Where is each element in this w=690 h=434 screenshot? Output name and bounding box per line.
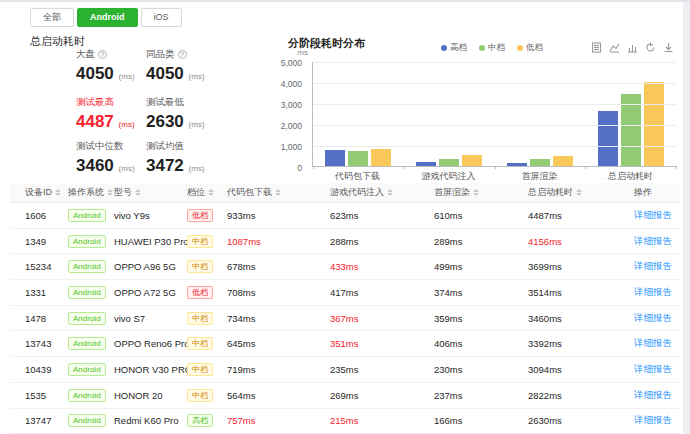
gridline [313, 83, 676, 84]
os-badge: Android [68, 363, 106, 376]
table-row: 10439AndroidHONOR V30 PRO中档719ms235ms230… [10, 357, 680, 383]
cell-inject: 623ms [330, 210, 434, 221]
sort-icon[interactable] [275, 189, 281, 196]
cell-device-id: 13743 [25, 338, 68, 349]
column-header-tier[interactable]: 档位 [187, 186, 227, 199]
legend-label: 中档 [488, 42, 505, 54]
sort-icon[interactable] [107, 189, 113, 196]
detail-report-link[interactable]: 详细报告 [634, 312, 672, 323]
cell-device-id: 1331 [25, 287, 68, 298]
cell-download: 734ms [227, 313, 330, 324]
sort-icon[interactable] [473, 189, 479, 196]
cell-total: 2822ms [528, 390, 634, 401]
cell-render: 359ms [434, 313, 528, 324]
x-axis-tick [313, 166, 314, 169]
help-icon[interactable]: ? [98, 50, 107, 59]
cell-device-id: 1606 [25, 210, 68, 221]
tier-badge: 中档 [187, 363, 213, 376]
detail-report-link[interactable]: 详细报告 [634, 286, 672, 297]
tier-badge: 低档 [187, 286, 213, 299]
top-divider [0, 0, 690, 2]
sort-icon[interactable] [387, 189, 393, 196]
sort-icon[interactable] [55, 189, 61, 196]
column-header-inject[interactable]: 游戏代码注入 [330, 186, 434, 199]
column-header-render[interactable]: 首屏渲染 [434, 186, 528, 199]
y-axis-tick-label: 3,000 [281, 100, 302, 110]
stat-test-min: 测试最低 2630 (ms) [146, 96, 216, 132]
x-axis-category-label: 游戏代码注入 [403, 170, 494, 183]
stat-category: 同品类? 4050 (ms) [146, 48, 216, 84]
detail-report-link[interactable]: 详细报告 [634, 260, 672, 271]
sort-descending-icon [473, 193, 479, 196]
cell-device-id: 1535 [25, 390, 68, 401]
detail-report-link[interactable]: 详细报告 [634, 363, 672, 374]
cell-model: HONOR V30 PRO [114, 364, 187, 375]
legend-item[interactable]: 高档 [441, 42, 467, 54]
line-chart-icon[interactable] [609, 39, 620, 50]
column-header-total[interactable]: 总启动耗时 [528, 186, 634, 199]
column-header-label: 首屏渲染 [434, 186, 470, 199]
detail-report-link[interactable]: 详细报告 [634, 337, 672, 348]
sort-icon[interactable] [135, 189, 141, 196]
column-header-label: 游戏代码注入 [330, 186, 384, 199]
column-header-label: 操作 [634, 186, 652, 199]
cell-device-id: 15234 [25, 261, 68, 272]
tab-ios[interactable]: iOS [141, 8, 182, 27]
cell-os: Android [68, 209, 114, 222]
cell-tier: 中档 [187, 312, 227, 325]
stat-label: 测试均值 [146, 140, 184, 153]
y-axis-unit-label: ms [268, 48, 308, 57]
detail-report-link[interactable]: 详细报告 [634, 235, 672, 246]
tab-android[interactable]: Android [77, 8, 138, 27]
legend-item[interactable]: 中档 [479, 42, 505, 54]
column-header-label: 总启动耗时 [528, 186, 573, 199]
os-badge: Android [68, 235, 106, 248]
cell-total: 3094ms [528, 364, 634, 375]
column-header-model[interactable]: 型号 [114, 186, 187, 199]
sort-ascending-icon [473, 189, 479, 192]
table-row: 1349AndroidHUAWEI P30 Pro中档1087ms288ms28… [10, 229, 680, 255]
legend-dot-icon [517, 45, 523, 51]
sort-descending-icon [55, 193, 61, 196]
table-body: 1606Androidvivo Y9s低档933ms623ms610ms4487… [10, 203, 680, 434]
cell-render: 237ms [434, 390, 528, 401]
stat-value: 2630 (ms) [146, 112, 216, 132]
download-icon[interactable] [663, 39, 674, 50]
sort-ascending-icon [55, 189, 61, 192]
chart-bar [462, 155, 482, 166]
x-axis-category-label: 总启动耗时 [585, 170, 676, 183]
os-badge: Android [68, 312, 106, 325]
stat-unit: (ms) [119, 72, 135, 81]
detail-report-link[interactable]: 详细报告 [634, 414, 672, 425]
cell-action: 详细报告 [634, 363, 680, 376]
x-axis-labels: 代码包下载游戏代码注入首屏渲染总启动耗时 [312, 170, 676, 183]
cell-tier: 中档 [187, 260, 227, 273]
data-view-icon[interactable] [591, 39, 602, 50]
y-axis-tick-label: 4,000 [281, 79, 302, 89]
stat-value: 4050 (ms) [76, 64, 146, 84]
sort-icon[interactable] [576, 189, 582, 196]
restore-icon[interactable] [645, 39, 656, 50]
column-header-id[interactable]: 设备ID [25, 186, 68, 199]
sort-icon[interactable] [208, 189, 214, 196]
legend-item[interactable]: 低档 [517, 42, 543, 54]
detail-report-link[interactable]: 详细报告 [634, 209, 672, 220]
gridline [313, 146, 676, 147]
column-header-os[interactable]: 操作系统 [68, 186, 114, 199]
tab-all[interactable]: 全部 [30, 8, 74, 27]
chart-bar [553, 156, 573, 166]
scrollbar-track[interactable] [683, 2, 690, 434]
bar-chart-icon[interactable] [627, 39, 638, 50]
cell-download: 1087ms [227, 236, 330, 247]
cell-total: 4487ms [528, 210, 634, 221]
table-row: 1535AndroidHONOR 20中档564ms269ms237ms2822… [10, 383, 680, 409]
cell-action: 详细报告 [634, 260, 680, 273]
help-icon[interactable]: ? [178, 50, 187, 59]
chart-bar [371, 149, 391, 166]
tier-badge: 中档 [187, 312, 213, 325]
column-header-download[interactable]: 代码包下载 [227, 186, 330, 199]
detail-report-link[interactable]: 详细报告 [634, 389, 672, 400]
cell-inject: 351ms [330, 338, 434, 349]
x-axis-tick [585, 166, 586, 169]
cell-tier: 低档 [187, 209, 227, 222]
